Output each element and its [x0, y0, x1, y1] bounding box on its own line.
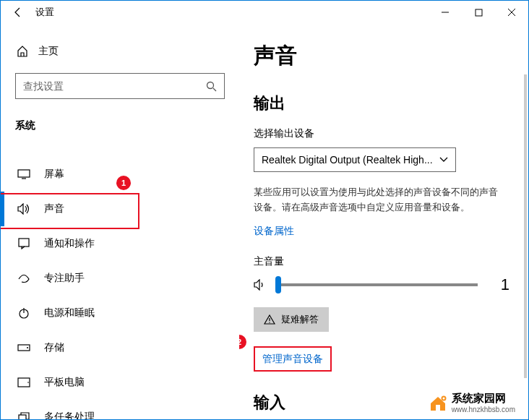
notifications-icon — [17, 236, 31, 251]
sidebar: 主页 系统 屏幕 声音 通知和操作 — [1, 24, 239, 419]
svg-rect-6 — [19, 239, 29, 247]
svg-point-2 — [207, 82, 213, 88]
watermark-logo-icon — [429, 393, 447, 412]
sound-icon — [17, 202, 31, 216]
svg-point-12 — [27, 382, 29, 383]
sidebar-item-label: 平板电脑 — [44, 376, 85, 389]
warning-icon — [264, 314, 275, 325]
power-icon — [17, 306, 31, 320]
svg-line-3 — [213, 88, 216, 91]
page-title: 声音 — [254, 41, 514, 71]
main-content: 声音 输出 选择输出设备 Realtek Digital Output (Rea… — [239, 24, 528, 419]
multitasking-icon — [17, 410, 31, 420]
sidebar-section-label: 系统 — [15, 119, 239, 132]
volume-label: 主音量 — [254, 255, 514, 268]
back-button[interactable] — [4, 1, 33, 24]
svg-rect-1 — [476, 9, 482, 16]
search-field[interactable] — [23, 80, 205, 92]
search-input[interactable] — [15, 73, 225, 99]
content: 主页 系统 屏幕 声音 通知和操作 — [1, 24, 528, 419]
sidebar-item-notifications[interactable]: 通知和操作 — [15, 226, 239, 261]
svg-rect-16 — [436, 405, 440, 411]
volume-slider[interactable] — [275, 283, 478, 286]
home-label: 主页 — [38, 45, 59, 58]
svg-rect-4 — [18, 170, 30, 177]
output-device-dropdown[interactable]: Realtek Digital Output (Realtek High... — [254, 147, 456, 172]
troubleshoot-button[interactable]: 疑难解答 — [254, 307, 329, 332]
watermark: 系统家园网 www.hnzkhbsb.com — [424, 390, 520, 415]
volume-value: 1 — [501, 275, 514, 294]
sidebar-item-label: 通知和操作 — [44, 237, 95, 250]
dropdown-value: Realtek Digital Output (Realtek High... — [262, 154, 433, 166]
sidebar-item-power[interactable]: 电源和睡眠 — [15, 296, 239, 330]
annotation-badge-1: 1 — [116, 176, 131, 190]
window-controls — [429, 1, 528, 24]
sidebar-item-label: 电源和睡眠 — [44, 307, 95, 320]
annotation-box-2: 管理声音设备 — [254, 346, 332, 372]
sidebar-item-storage[interactable]: 存储 — [15, 330, 239, 365]
troubleshoot-label: 疑难解答 — [281, 313, 319, 326]
manage-sound-devices-link[interactable]: 管理声音设备 — [262, 353, 323, 366]
output-heading: 输出 — [254, 93, 514, 114]
watermark-url: www.hnzkhbsb.com — [452, 406, 515, 413]
svg-rect-13 — [19, 415, 26, 420]
svg-point-17 — [442, 397, 445, 400]
speaker-icon[interactable] — [254, 278, 267, 291]
sidebar-item-label: 多任务处理 — [44, 411, 95, 420]
sidebar-item-multitasking[interactable]: 多任务处理 — [15, 400, 239, 420]
device-properties-link[interactable]: 设备属性 — [254, 225, 294, 238]
storage-icon — [17, 340, 31, 355]
svg-point-15 — [269, 322, 270, 322]
home-icon — [15, 44, 30, 59]
output-description: 某些应用可以设置为使用与此处选择的声音设备不同的声音设备。请在高级声音选项中自定… — [254, 185, 499, 215]
scrollbar[interactable] — [524, 74, 527, 378]
chevron-down-icon — [439, 157, 448, 163]
display-icon — [17, 167, 31, 181]
sidebar-item-sound[interactable]: 声音 — [15, 192, 239, 226]
annotation-badge-2: 2 — [239, 335, 246, 349]
sidebar-item-tablet[interactable]: 平板电脑 — [15, 365, 239, 400]
volume-section: 主音量 1 — [254, 255, 514, 294]
tablet-icon — [17, 375, 31, 390]
svg-point-10 — [27, 347, 28, 348]
minimize-button[interactable] — [429, 1, 462, 24]
search-icon — [205, 80, 217, 92]
sidebar-item-focus-assist[interactable]: 专注助手 — [15, 261, 239, 296]
sidebar-item-label: 声音 — [44, 202, 64, 215]
watermark-text: 系统家园网 — [452, 392, 515, 406]
sidebar-item-label: 屏幕 — [44, 168, 64, 181]
focus-assist-icon — [17, 271, 31, 286]
sidebar-item-label: 存储 — [44, 341, 64, 354]
slider-thumb[interactable] — [275, 276, 281, 293]
titlebar: 设置 — [1, 1, 528, 24]
close-button[interactable] — [495, 1, 528, 24]
maximize-button[interactable] — [462, 1, 495, 24]
output-select-label: 选择输出设备 — [254, 127, 514, 140]
window-title: 设置 — [35, 6, 54, 19]
sidebar-item-label: 专注助手 — [44, 272, 85, 285]
home-link[interactable]: 主页 — [15, 44, 239, 59]
